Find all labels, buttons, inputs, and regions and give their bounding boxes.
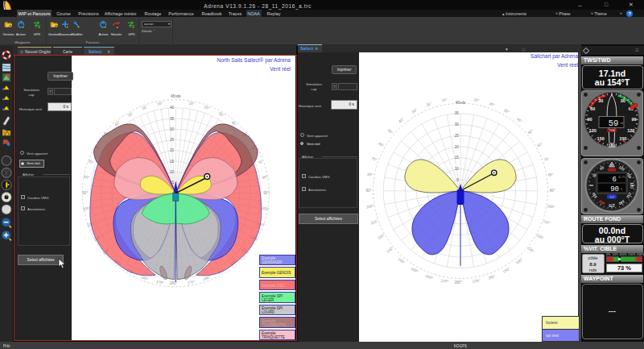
svg-text:170°: 170°: [440, 279, 448, 285]
svg-text:130°: 130°: [526, 246, 535, 254]
svg-text:41.7C: 41.7C: [618, 176, 626, 179]
svg-text:10: 10: [455, 167, 460, 171]
svg-text:10°: 10°: [473, 98, 480, 102]
svg-text:180°: 180°: [170, 281, 178, 285]
svg-text:25: 25: [455, 134, 460, 138]
svg-text:30°: 30°: [503, 108, 510, 114]
svg-text:30°: 30°: [217, 111, 225, 118]
svg-text:15: 15: [455, 156, 460, 160]
svg-text:30°: 30°: [411, 108, 419, 114]
svg-text:120: 120: [627, 128, 634, 133]
svg-text:0: 0: [590, 184, 594, 186]
svg-text:180: 180: [608, 143, 615, 148]
svg-text:30: 30: [455, 123, 460, 127]
svg-text:50°: 50°: [387, 128, 394, 135]
svg-text:70°: 70°: [88, 159, 94, 164]
svg-text:20: 20: [455, 145, 460, 149]
svg-text:80°: 80°: [547, 172, 554, 177]
svg-text:160°: 160°: [202, 275, 211, 281]
svg-text:59: 59: [609, 118, 619, 128]
svg-text:80°: 80°: [367, 172, 374, 177]
svg-text:TWA: TWA: [609, 129, 615, 132]
svg-text:10: 10: [170, 170, 175, 174]
svg-text:15: 15: [170, 160, 175, 164]
svg-text:30: 30: [598, 98, 603, 103]
svg-text:90°: 90°: [550, 189, 555, 193]
svg-text:30°: 30°: [127, 111, 134, 118]
svg-text:10°: 10°: [157, 102, 163, 106]
svg-text:170°: 170°: [473, 279, 481, 285]
svg-text:30: 30: [621, 98, 625, 103]
svg-text:100°: 100°: [547, 204, 555, 210]
svg-text:40nds: 40nds: [456, 101, 466, 105]
svg-text:120: 120: [589, 128, 597, 133]
svg-text:30: 30: [170, 127, 175, 131]
svg-text:10°: 10°: [188, 102, 195, 106]
svg-text:100°: 100°: [82, 206, 90, 212]
svg-text:100°: 100°: [261, 206, 269, 212]
svg-text:50°: 50°: [527, 128, 535, 135]
svg-text:10°: 10°: [441, 98, 448, 102]
svg-text:150°: 150°: [502, 267, 510, 274]
svg-text:180: 180: [630, 182, 634, 189]
svg-text:110°: 110°: [543, 219, 551, 226]
svg-text:90: 90: [610, 185, 619, 193]
svg-text:170°: 170°: [188, 280, 196, 285]
svg-text:35: 35: [170, 117, 175, 121]
svg-text:20: 20: [170, 148, 175, 152]
svg-text:5: 5: [456, 178, 459, 182]
svg-text:160°: 160°: [425, 274, 434, 280]
svg-text:40°: 40°: [516, 117, 523, 123]
svg-text:120°: 120°: [377, 233, 386, 240]
svg-text:90°: 90°: [82, 191, 88, 195]
svg-text:150: 150: [597, 136, 605, 141]
svg-text:150°: 150°: [411, 267, 419, 274]
svg-text:40: 40: [170, 106, 175, 110]
svg-text:5: 5: [172, 181, 175, 185]
svg-text:60: 60: [590, 106, 595, 111]
svg-text:35: 35: [455, 111, 460, 115]
svg-text:170°: 170°: [156, 280, 164, 285]
svg-text:270: 270: [609, 203, 615, 207]
svg-text:60°: 60°: [536, 142, 543, 148]
svg-text:110°: 110°: [370, 219, 378, 226]
svg-text:80°: 80°: [84, 175, 90, 180]
svg-text:20°: 20°: [426, 102, 432, 107]
svg-text:90: 90: [587, 117, 592, 122]
svg-text:90: 90: [631, 117, 636, 122]
svg-text:160°: 160°: [488, 274, 497, 280]
svg-text:6: 6: [613, 176, 617, 184]
svg-text:70°: 70°: [543, 156, 550, 162]
svg-text:25: 25: [170, 138, 175, 142]
svg-text:100°: 100°: [366, 204, 374, 210]
svg-text:150: 150: [619, 136, 626, 141]
svg-text:40°: 40°: [398, 117, 405, 123]
svg-text:45nds: 45nds: [171, 94, 181, 98]
svg-text:0.Z: 0.Z: [609, 196, 614, 199]
svg-text:90°: 90°: [263, 191, 269, 195]
svg-text:9: 9: [621, 188, 622, 191]
svg-text:20°: 20°: [489, 102, 495, 107]
svg-text:20°: 20°: [204, 105, 210, 110]
svg-text:90°: 90°: [366, 189, 372, 193]
svg-text:60°: 60°: [378, 142, 385, 148]
svg-text:70°: 70°: [371, 156, 378, 162]
svg-text:20°: 20°: [142, 105, 148, 110]
svg-text:120°: 120°: [535, 233, 544, 240]
svg-text:80°: 80°: [262, 175, 268, 180]
svg-text:130°: 130°: [386, 246, 394, 254]
svg-text:180°: 180°: [454, 280, 462, 285]
